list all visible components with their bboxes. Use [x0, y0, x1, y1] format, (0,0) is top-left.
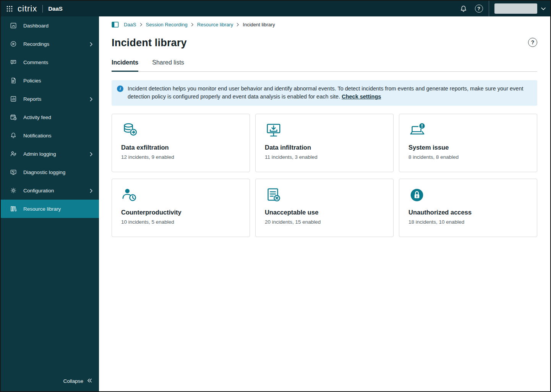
- user-menu[interactable]: [494, 3, 537, 14]
- help-icon[interactable]: ?: [471, 1, 486, 16]
- card-subtitle: 18 incidents, 10 enabled: [408, 219, 528, 225]
- sidebar-item-label: Reports: [23, 96, 41, 102]
- breadcrumb-link-daas[interactable]: DaaS: [124, 22, 136, 27]
- card-subtitle: 12 incidents, 9 enabled: [121, 154, 240, 160]
- policies-icon: [10, 77, 17, 84]
- incident-card-grid: Data exfiltration 12 incidents, 9 enable…: [112, 114, 537, 237]
- card-counterproductivity[interactable]: Counterproductivity 10 incidents, 5 enab…: [112, 179, 250, 237]
- chevron-right-icon: [90, 42, 93, 47]
- chevron-right-icon: [237, 23, 239, 27]
- check-settings-link[interactable]: Check settings: [342, 94, 381, 100]
- sidebar-item-label: Resource library: [23, 206, 61, 212]
- main-content: DaaS Session Recording Resource library …: [99, 16, 550, 391]
- notifications-icon: [10, 132, 17, 139]
- header-divider: [42, 5, 43, 13]
- sidebar-item-admin-logging[interactable]: Admin logging: [1, 145, 99, 163]
- sidebar-item-comments[interactable]: Comments: [1, 53, 99, 71]
- panel-toggle-icon[interactable]: [112, 21, 119, 28]
- card-subtitle: 10 incidents, 5 enabled: [121, 219, 240, 225]
- sidebar-item-label: Recordings: [23, 41, 49, 47]
- comments-icon: [10, 59, 17, 66]
- card-system-issue[interactable]: System issue 8 incidents, 8 enabled: [399, 114, 537, 172]
- product-name: DaaS: [48, 5, 63, 12]
- chevron-right-icon: [191, 23, 194, 27]
- sidebar-item-label: Policies: [23, 78, 41, 84]
- sidebar-item-activity-feed[interactable]: Activity feed: [1, 108, 99, 126]
- card-title: System issue: [408, 144, 528, 151]
- page-help-button[interactable]: ?: [528, 38, 537, 47]
- sidebar-item-label: Comments: [23, 60, 48, 65]
- breadcrumb: DaaS Session Recording Resource library …: [112, 21, 537, 28]
- tab-incidents[interactable]: Incidents: [112, 59, 138, 72]
- chevron-right-icon: [90, 97, 93, 102]
- collapse-label: Collapse: [63, 378, 83, 384]
- sidebar-item-label: Configuration: [23, 188, 54, 194]
- activity-feed-icon: [10, 114, 17, 121]
- breadcrumb-current: Incident library: [243, 22, 275, 27]
- sidebar-item-label: Admin logging: [23, 151, 56, 157]
- banner-text: Incident detection helps you monitor end…: [128, 85, 529, 101]
- sidebar-item-dashboard[interactable]: Dashboard: [1, 16, 99, 35]
- header-separator: [489, 1, 489, 16]
- sidebar-item-reports[interactable]: Reports: [1, 90, 99, 108]
- card-data-exfiltration[interactable]: Data exfiltration 12 incidents, 9 enable…: [112, 114, 250, 172]
- citrix-logo: citrix: [18, 5, 37, 13]
- info-icon: i: [117, 85, 123, 92]
- sidebar-item-resource-library[interactable]: Resource library: [1, 200, 99, 218]
- unacceptable-use-icon: [265, 187, 384, 206]
- card-data-infiltration[interactable]: Data infiltration 11 incidents, 3 enable…: [255, 114, 394, 172]
- sidebar: Dashboard Recordings: [1, 16, 99, 391]
- diagnostic-logging-icon: [10, 169, 17, 176]
- info-banner: i Incident detection helps you monitor e…: [112, 80, 537, 106]
- breadcrumb-link-session-recording[interactable]: Session Recording: [146, 22, 188, 27]
- chevron-right-icon: [90, 189, 93, 193]
- dashboard-icon: [10, 22, 17, 29]
- sidebar-item-label: Activity feed: [23, 115, 51, 120]
- bell-icon[interactable]: [456, 1, 471, 16]
- sidebar-item-label: Diagnostic logging: [23, 169, 65, 175]
- sidebar-item-label: Notifications: [23, 133, 52, 139]
- card-subtitle: 11 incidents, 3 enabled: [265, 154, 384, 160]
- top-bar: citrix DaaS ?: [1, 1, 550, 16]
- tab-shared-lists[interactable]: Shared lists: [152, 59, 184, 71]
- app-window: citrix DaaS ?: [0, 0, 551, 392]
- sidebar-collapse-button[interactable]: Collapse: [1, 371, 99, 391]
- sidebar-item-policies[interactable]: Policies: [1, 71, 99, 90]
- card-title: Data infiltration: [265, 144, 384, 151]
- card-title: Counterproductivity: [121, 209, 240, 216]
- chevron-right-icon: [140, 23, 143, 27]
- card-subtitle: 20 incidents, 15 enabled: [265, 219, 384, 225]
- counterproductivity-icon: [121, 187, 240, 206]
- sidebar-item-recordings[interactable]: Recordings: [1, 35, 99, 53]
- unauthorized-access-icon: [408, 187, 528, 206]
- waffle-menu-icon[interactable]: [6, 5, 13, 12]
- page-title: Incident library: [112, 37, 187, 49]
- card-unauthorized-access[interactable]: Unauthorized access 18 incidents, 10 ena…: [399, 179, 537, 237]
- tab-bar: Incidents Shared lists: [112, 59, 537, 72]
- card-unacceptable-use[interactable]: Unacceptable use 20 incidents, 15 enable…: [255, 179, 394, 237]
- double-chevron-left-icon: [87, 378, 92, 384]
- data-infiltration-icon: [265, 122, 384, 141]
- resource-library-icon: [10, 205, 17, 212]
- card-title: Data exfiltration: [121, 144, 240, 151]
- sidebar-item-diagnostic-logging[interactable]: Diagnostic logging: [1, 163, 99, 181]
- card-title: Unauthorized access: [408, 209, 528, 216]
- admin-logging-icon: [10, 150, 17, 157]
- sidebar-item-label: Dashboard: [23, 23, 49, 29]
- card-subtitle: 8 incidents, 8 enabled: [408, 154, 528, 160]
- chevron-down-icon[interactable]: [541, 7, 546, 10]
- card-title: Unacceptable use: [265, 209, 384, 216]
- sidebar-item-notifications[interactable]: Notifications: [1, 126, 99, 145]
- reports-icon: [10, 95, 17, 102]
- breadcrumb-link-resource-library[interactable]: Resource library: [197, 22, 233, 27]
- chevron-right-icon: [90, 152, 93, 156]
- recordings-icon: [10, 40, 17, 47]
- data-exfiltration-icon: [121, 122, 240, 141]
- system-issue-icon: [408, 122, 528, 141]
- sidebar-item-configuration[interactable]: Configuration: [1, 181, 99, 200]
- configuration-icon: [10, 187, 17, 194]
